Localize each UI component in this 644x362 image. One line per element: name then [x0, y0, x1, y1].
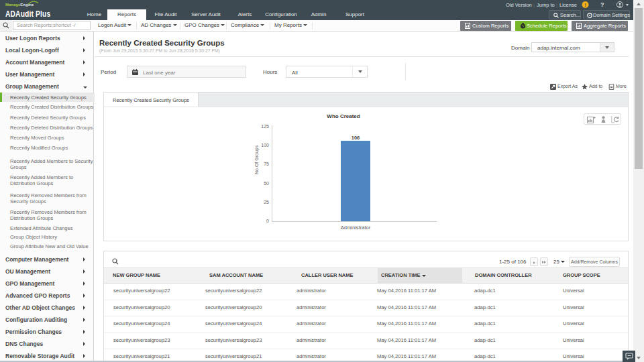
svg-text:!: ! — [584, 3, 586, 7]
